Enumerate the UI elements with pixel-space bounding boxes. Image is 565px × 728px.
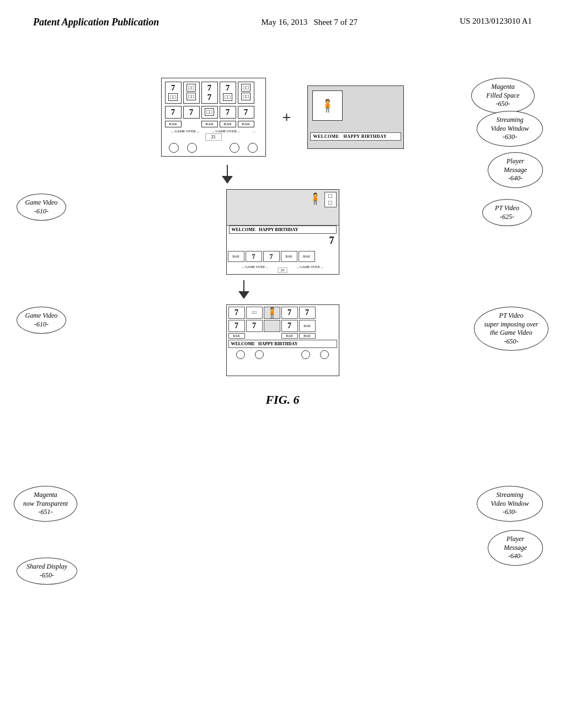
magenta-transparent-label: Magenta now Transparent -651- [14, 486, 77, 522]
arrow-down-1 [0, 165, 510, 184]
happy-birthday-text-top: HAPPY BIRTHDAY [344, 134, 387, 139]
publication-date-sheet: May 16, 2013 Sheet 7 of 27 [261, 17, 358, 28]
streaming-video-label-top: Streaming Video Window -630- [477, 111, 543, 147]
reel-mid-1: 7 [165, 106, 182, 119]
arrow-down-2 [0, 280, 526, 299]
magenta-filled-label: Magenta Filled Space -650- [471, 78, 535, 114]
page-header: Patent Application Publication May 16, 2… [0, 0, 565, 34]
player-message-label-bottom: Player Message -640- [488, 530, 543, 566]
pt-video-label-top: PT Video -625- [482, 199, 532, 226]
reel-1: 7 □□ [165, 82, 182, 104]
reel-5: □□ □□ [238, 82, 254, 104]
publication-number: US 2013/0123010 A1 [460, 17, 532, 26]
welcome-text-final: WELCOME [231, 341, 255, 346]
pt-video-box: 🧍 WELCOME HAPPY BIRTHDAY [307, 85, 404, 149]
combined-display: 🧍 □ □ WELCOME HAPPY BIRTHDAY 7 [226, 189, 339, 275]
plus-sign: + [282, 109, 291, 126]
reel-2: □□ □□ [183, 82, 200, 104]
game-video-label-top: Game Video -610- [17, 194, 66, 221]
reel-mid-3: □□ [201, 106, 218, 119]
pt-video-superimposing-label: PT Video super imposing over the Game Vi… [474, 307, 548, 351]
game-video-label-mid: Game Video -610- [17, 307, 66, 334]
streaming-video-label-bottom: Streaming Video Window -630- [477, 486, 543, 522]
page-wrapper: Patent Application Publication May 16, 2… [0, 0, 565, 407]
seven-symbol-mid: 7 [329, 235, 334, 247]
player-message-label-top: Player Message -640- [488, 152, 543, 188]
happy-birthday-final: HAPPY BIRTHDAY [258, 341, 297, 346]
happy-birthday-mid: HAPPY BIRTHDAY [259, 227, 298, 232]
slot-machine-diagram: 7 □□ □□ □□ 7 7 7 □□ [161, 78, 266, 157]
reel-4: 7 □□ [220, 82, 236, 104]
reel-mid-5: 7 [238, 106, 254, 119]
streaming-window-top: 🧍 [312, 90, 343, 121]
welcome-text-top: WELCOME [313, 134, 339, 139]
reel-3: 7 7 [201, 82, 218, 104]
publication-title: Patent Application Publication [33, 17, 159, 28]
superimposed-section: 🧍 □ □ WELCOME HAPPY BIRTHDAY 7 [0, 189, 565, 275]
figure-caption: FIG. 6 [0, 393, 565, 407]
final-merged-display: 7 □□ 🧍 7 7 7 7 7 BAR [226, 304, 339, 376]
shared-display-label: Shared Display -650- [17, 558, 77, 585]
reel-mid-2: 7 [183, 106, 200, 119]
reel-mid-4: 7 [220, 106, 236, 119]
welcome-text-mid: WELCOME [232, 227, 256, 232]
